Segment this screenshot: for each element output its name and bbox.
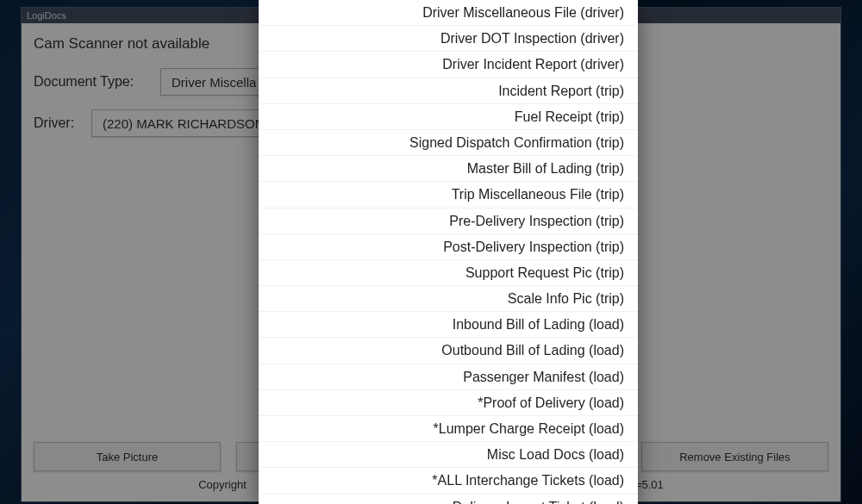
doctype-option[interactable]: Driver Incident Report (driver) xyxy=(259,52,638,78)
driver-label: Driver: xyxy=(34,115,81,131)
doctype-option[interactable]: Post-Delivery Inspection (trip) xyxy=(259,234,638,260)
doctype-option[interactable]: Trip Miscellaneous File (trip) xyxy=(259,182,638,208)
doctype-option[interactable]: Scale Info Pic (trip) xyxy=(259,286,638,312)
doctype-option[interactable]: Master Bill of Lading (trip) xyxy=(259,156,638,182)
doctype-dropdown-popup: Driver Miscellaneous File (driver)Driver… xyxy=(259,0,638,504)
doctype-option[interactable]: Signed Dispatch Confirmation (trip) xyxy=(259,130,638,156)
doctype-option[interactable]: *Proof of Delivery (load) xyxy=(259,390,638,416)
doctype-option[interactable]: Incident Report (trip) xyxy=(259,78,638,104)
doctype-option[interactable]: Inbound Bill of Lading (load) xyxy=(259,312,638,338)
footer-left: Copyright xyxy=(198,478,247,491)
doctype-option[interactable]: Pre-Delivery Inspection (trip) xyxy=(259,208,638,234)
doctype-option[interactable]: Fuel Receipt (trip) xyxy=(259,104,638,130)
doctype-option[interactable]: Misc Load Docs (load) xyxy=(259,442,638,468)
doctype-option[interactable]: Delivery Import Ticket (load) xyxy=(259,495,638,504)
take-picture-label: Take Picture xyxy=(97,451,159,464)
window-title: LogiDocs xyxy=(27,10,66,21)
doctype-value: Driver Miscella xyxy=(172,75,256,90)
doctype-option[interactable]: Driver Miscellaneous File (driver) xyxy=(259,0,638,26)
doctype-label: Document Type: xyxy=(34,74,150,90)
doctype-option[interactable]: Outbound Bill of Lading (load) xyxy=(259,338,638,364)
remove-existing-label: Remove Existing Files xyxy=(679,451,790,464)
doctype-dropdown-list: Driver Miscellaneous File (driver)Driver… xyxy=(259,0,638,504)
doctype-option[interactable]: Passenger Manifest (load) xyxy=(259,364,638,390)
doctype-option[interactable]: Driver DOT Inspection (driver) xyxy=(259,26,638,52)
driver-value: (220) MARK RICHARDSON xyxy=(103,116,265,131)
driver-select[interactable]: (220) MARK RICHARDSON xyxy=(91,109,276,137)
take-picture-button[interactable]: Take Picture xyxy=(34,442,221,471)
remove-existing-button[interactable]: Remove Existing Files xyxy=(641,442,828,471)
doctype-option[interactable]: *ALL Interchange Tickets (load) xyxy=(259,468,638,494)
doctype-option[interactable]: Support Request Pic (trip) xyxy=(259,260,638,286)
doctype-option[interactable]: *Lumper Charge Receipt (load) xyxy=(259,416,638,442)
